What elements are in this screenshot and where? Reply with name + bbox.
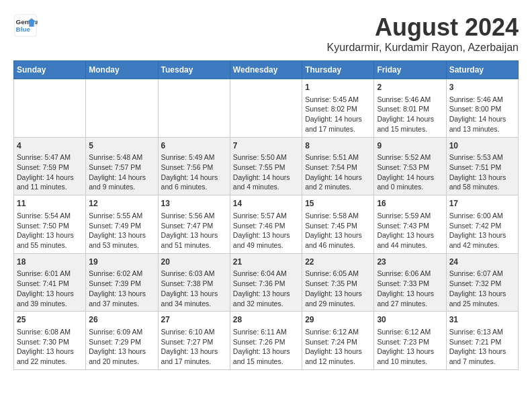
day-info: Sunrise: 5:46 AM Sunset: 8:00 PM Dayligh… [449,95,515,134]
day-number: 2 [377,82,443,93]
page-subtitle: Kyurdarmir, Kurdamir Rayon, Azerbaijan [327,42,519,54]
day-number: 19 [89,257,154,268]
day-info: Sunrise: 6:05 AM Sunset: 7:35 PM Dayligh… [305,269,371,308]
day-info: Sunrise: 6:10 AM Sunset: 7:27 PM Dayligh… [161,327,227,367]
calendar-table: SundayMondayTuesdayWednesdayThursdayFrid… [13,60,519,370]
day-info: Sunrise: 5:53 AM Sunset: 7:51 PM Dayligh… [449,152,515,192]
day-number: 15 [305,198,371,210]
day-info: Sunrise: 6:03 AM Sunset: 7:38 PM Dayligh… [161,269,227,308]
calendar-cell: 26Sunrise: 6:09 AM Sunset: 7:29 PM Dayli… [86,312,158,370]
calendar-cell: 17Sunrise: 6:00 AM Sunset: 7:42 PM Dayli… [446,195,518,254]
day-number: 13 [161,198,227,210]
calendar-body: 1Sunrise: 5:45 AM Sunset: 8:02 PM Daylig… [14,79,519,370]
calendar-cell: 1Sunrise: 5:45 AM Sunset: 8:02 PM Daylig… [302,79,374,138]
calendar-cell: 21Sunrise: 6:04 AM Sunset: 7:36 PM Dayli… [230,253,302,312]
day-info: Sunrise: 5:55 AM Sunset: 7:49 PM Dayligh… [89,211,154,250]
day-number: 26 [89,314,154,326]
calendar-cell: 8Sunrise: 5:51 AM Sunset: 7:54 PM Daylig… [302,137,374,195]
day-of-week-header: Sunday [14,61,86,79]
day-info: Sunrise: 5:54 AM Sunset: 7:50 PM Dayligh… [17,211,83,250]
page-header: General Blue August 2024 Kyurdarmir, Kur… [13,13,519,54]
day-number: 3 [449,82,515,93]
day-info: Sunrise: 6:09 AM Sunset: 7:29 PM Dayligh… [89,327,154,367]
calendar-cell: 15Sunrise: 5:58 AM Sunset: 7:45 PM Dayli… [302,195,374,254]
day-info: Sunrise: 5:48 AM Sunset: 7:57 PM Dayligh… [89,152,154,192]
calendar-cell: 6Sunrise: 5:49 AM Sunset: 7:56 PM Daylig… [158,137,230,195]
day-of-week-header: Friday [374,61,446,79]
day-of-week-header: Monday [86,61,158,79]
calendar-week-row: 11Sunrise: 5:54 AM Sunset: 7:50 PM Dayli… [14,195,519,254]
day-info: Sunrise: 6:11 AM Sunset: 7:26 PM Dayligh… [233,327,299,367]
calendar-cell: 24Sunrise: 6:07 AM Sunset: 7:32 PM Dayli… [446,253,518,312]
calendar-cell: 11Sunrise: 5:54 AM Sunset: 7:50 PM Dayli… [14,195,86,254]
day-number: 7 [233,140,299,152]
day-number: 6 [161,140,227,152]
day-info: Sunrise: 6:12 AM Sunset: 7:23 PM Dayligh… [377,327,443,367]
calendar-cell [14,79,86,138]
calendar-cell: 31Sunrise: 6:13 AM Sunset: 7:21 PM Dayli… [446,312,518,370]
calendar-cell: 5Sunrise: 5:48 AM Sunset: 7:57 PM Daylig… [86,137,158,195]
day-info: Sunrise: 5:51 AM Sunset: 7:54 PM Dayligh… [305,152,371,192]
day-info: Sunrise: 6:00 AM Sunset: 7:42 PM Dayligh… [449,211,515,250]
day-info: Sunrise: 5:58 AM Sunset: 7:45 PM Dayligh… [305,211,371,250]
calendar-cell: 19Sunrise: 6:02 AM Sunset: 7:39 PM Dayli… [86,253,158,312]
page-title: August 2024 [327,13,519,42]
day-number: 1 [305,82,371,93]
calendar-week-row: 4Sunrise: 5:47 AM Sunset: 7:59 PM Daylig… [14,137,519,195]
calendar-cell: 22Sunrise: 6:05 AM Sunset: 7:35 PM Dayli… [302,253,374,312]
calendar-cell: 27Sunrise: 6:10 AM Sunset: 7:27 PM Dayli… [158,312,230,370]
calendar-cell: 7Sunrise: 5:50 AM Sunset: 7:55 PM Daylig… [230,137,302,195]
day-number: 27 [161,314,227,326]
calendar-week-row: 18Sunrise: 6:01 AM Sunset: 7:41 PM Dayli… [14,253,519,312]
day-number: 23 [377,257,443,268]
day-number: 4 [17,140,83,152]
calendar-cell: 10Sunrise: 5:53 AM Sunset: 7:51 PM Dayli… [446,137,518,195]
calendar-cell: 9Sunrise: 5:52 AM Sunset: 7:53 PM Daylig… [374,137,446,195]
day-info: Sunrise: 6:08 AM Sunset: 7:30 PM Dayligh… [17,327,83,367]
day-of-week-header: Tuesday [158,61,230,79]
calendar-cell: 18Sunrise: 6:01 AM Sunset: 7:41 PM Dayli… [14,253,86,312]
day-info: Sunrise: 5:57 AM Sunset: 7:46 PM Dayligh… [233,211,299,250]
calendar-cell [230,79,302,138]
calendar-cell: 3Sunrise: 5:46 AM Sunset: 8:00 PM Daylig… [446,79,518,138]
day-number: 22 [305,257,371,268]
calendar-cell: 13Sunrise: 5:56 AM Sunset: 7:47 PM Dayli… [158,195,230,254]
day-info: Sunrise: 5:49 AM Sunset: 7:56 PM Dayligh… [161,152,227,192]
day-number: 18 [17,257,83,268]
day-info: Sunrise: 6:13 AM Sunset: 7:21 PM Dayligh… [449,327,515,367]
day-info: Sunrise: 5:59 AM Sunset: 7:43 PM Dayligh… [377,211,443,250]
calendar-cell: 25Sunrise: 6:08 AM Sunset: 7:30 PM Dayli… [14,312,86,370]
calendar-week-row: 25Sunrise: 6:08 AM Sunset: 7:30 PM Dayli… [14,312,519,370]
day-number: 31 [449,314,515,326]
day-number: 20 [161,257,227,268]
day-info: Sunrise: 6:06 AM Sunset: 7:33 PM Dayligh… [377,269,443,308]
day-of-week-header: Wednesday [230,61,302,79]
calendar-cell: 30Sunrise: 6:12 AM Sunset: 7:23 PM Dayli… [374,312,446,370]
calendar-week-row: 1Sunrise: 5:45 AM Sunset: 8:02 PM Daylig… [14,79,519,138]
logo: General Blue [13,13,38,38]
calendar-cell: 28Sunrise: 6:11 AM Sunset: 7:26 PM Dayli… [230,312,302,370]
calendar-header-row: SundayMondayTuesdayWednesdayThursdayFrid… [14,61,519,79]
day-info: Sunrise: 5:56 AM Sunset: 7:47 PM Dayligh… [161,211,227,250]
calendar-cell: 23Sunrise: 6:06 AM Sunset: 7:33 PM Dayli… [374,253,446,312]
day-info: Sunrise: 5:46 AM Sunset: 8:01 PM Dayligh… [377,95,443,134]
day-info: Sunrise: 6:12 AM Sunset: 7:24 PM Dayligh… [305,327,371,367]
day-number: 17 [449,198,515,210]
day-number: 16 [377,198,443,210]
day-of-week-header: Thursday [302,61,374,79]
day-number: 30 [377,314,443,326]
day-number: 24 [449,257,515,268]
calendar-cell: 4Sunrise: 5:47 AM Sunset: 7:59 PM Daylig… [14,137,86,195]
day-number: 11 [17,198,83,210]
svg-text:Blue: Blue [16,26,31,33]
calendar-cell: 2Sunrise: 5:46 AM Sunset: 8:01 PM Daylig… [374,79,446,138]
calendar-cell: 20Sunrise: 6:03 AM Sunset: 7:38 PM Dayli… [158,253,230,312]
day-number: 29 [305,314,371,326]
calendar-cell: 16Sunrise: 5:59 AM Sunset: 7:43 PM Dayli… [374,195,446,254]
calendar-cell: 29Sunrise: 6:12 AM Sunset: 7:24 PM Dayli… [302,312,374,370]
day-number: 5 [89,140,154,152]
calendar-cell [86,79,158,138]
day-number: 8 [305,140,371,152]
logo-icon: General Blue [13,13,38,38]
title-block: August 2024 Kyurdarmir, Kurdamir Rayon, … [327,13,519,54]
